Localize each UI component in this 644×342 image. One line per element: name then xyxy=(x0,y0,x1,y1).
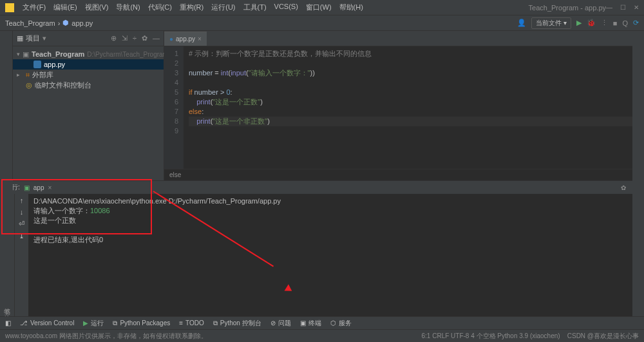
status-watermark: www.toyooba.com 网络图片仅供展示，非存储，如有侵权请联系删除。 xyxy=(5,332,207,341)
down-arrow-icon[interactable]: ↓ xyxy=(20,208,24,216)
project-panel: ▦ 项目 ▾ ⊕ ⇲ ÷ ✿ — ▾ ▣ Teach_Program D:\Py… xyxy=(13,31,164,180)
console-exit: 进程已结束,退出代码0 xyxy=(33,235,639,245)
run-settings-icon[interactable]: ✿ xyxy=(621,184,626,191)
menu-edit[interactable]: 编辑(E) xyxy=(50,1,80,14)
minimize-icon[interactable]: — xyxy=(606,4,612,11)
todo-icon: ≡ xyxy=(179,319,183,327)
select-opened-icon[interactable]: ⊕ xyxy=(111,34,117,43)
user-icon[interactable]: 👤 xyxy=(517,19,526,27)
tree-external-libs[interactable]: ▸ ⌗ 外部库 xyxy=(13,70,164,80)
tree-file-label: app.py xyxy=(44,61,65,68)
editor-tab-label: app.py xyxy=(176,35,195,43)
folder-icon: ▣ xyxy=(23,50,29,59)
more-run-icon[interactable]: ⋮ xyxy=(601,19,608,27)
menu-view[interactable]: 视图(V) xyxy=(82,1,112,14)
editor: ● app.py × 123456789 # 示例：判断一个数字是正数还是负数，… xyxy=(164,31,644,180)
tool-version-control[interactable]: ⎇Version Control xyxy=(20,319,74,327)
python-file-icon: ● xyxy=(169,35,173,43)
main-menu: 文件(F) 编辑(E) 视图(V) 导航(N) 代码(C) 重构(R) 运行(U… xyxy=(19,1,516,14)
breadcrumb-file[interactable]: app.py xyxy=(71,19,93,27)
tree-root-path: D:\Pycharm\Teach_Program xyxy=(87,51,168,58)
tree-file-apppy[interactable]: app.py xyxy=(13,59,164,70)
titlebar: 文件(F) 编辑(E) 视图(V) 导航(N) 代码(C) 重构(R) 运行(U… xyxy=(0,0,644,15)
editor-breadcrumb[interactable]: else xyxy=(164,169,644,180)
tool-python-console[interactable]: ⧉Python 控制台 xyxy=(213,319,261,328)
chevron-down-icon[interactable]: ▾ xyxy=(17,51,20,57)
menu-window[interactable]: 窗口(W) xyxy=(303,1,335,14)
close-tab-icon[interactable]: × xyxy=(198,35,202,43)
up-arrow-icon[interactable]: ↑ xyxy=(20,196,24,204)
chevron-right-icon[interactable]: ▸ xyxy=(17,71,23,78)
line-gutter: 123456789 xyxy=(164,46,184,169)
bottom-tool-strip: ◧ ⎇Version Control ▶运行 ⧉Python Packages … xyxy=(0,316,644,329)
chevron-right-icon: › xyxy=(58,19,61,27)
status-bar: www.toyooba.com 网络图片仅供展示，非存储，如有侵权请联系删除。 … xyxy=(0,329,644,342)
menu-file[interactable]: 文件(F) xyxy=(19,1,49,14)
left-vertical-toolstrip: 书签 结构 xyxy=(0,180,13,316)
hide-icon[interactable]: — xyxy=(153,34,160,43)
right-vertical-toolstrip xyxy=(632,31,644,316)
breadcrumb: Teach_Program › ⬢ app.py xyxy=(5,19,93,27)
code-content[interactable]: # 示例：判断一个数字是正数还是负数，并输出不同的信息 number = int… xyxy=(184,46,644,169)
menu-help[interactable]: 帮助(H) xyxy=(336,1,366,14)
tool-run[interactable]: ▶运行 xyxy=(83,319,104,328)
console-output-line: 这是一个正数 xyxy=(33,216,639,225)
dropdown-icon[interactable]: ▾ xyxy=(43,34,46,43)
run-tool-window: 运行: ▣ app × ✿ — ▶ ⟳ 🔧 ↓ ☲ 🖶 🗑 ↑ ↓ ⏎ ⤓ D:… xyxy=(0,180,644,318)
settings-icon[interactable]: ✿ xyxy=(142,34,147,43)
menu-run[interactable]: 运行(U) xyxy=(208,1,238,14)
menu-tools[interactable]: 工具(T) xyxy=(240,1,270,14)
search-icon[interactable]: Q xyxy=(622,19,628,27)
library-icon: ⌗ xyxy=(26,71,30,79)
tool-todo[interactable]: ≡TODO xyxy=(179,319,204,327)
csdn-watermark: CSDN @喜欢是漫长心事 xyxy=(567,332,639,339)
editor-tab-apppy[interactable]: ● app.py × xyxy=(164,32,207,46)
menu-refactor[interactable]: 重构(R) xyxy=(176,1,207,14)
close-icon[interactable]: ✕ xyxy=(634,4,639,11)
bottom-menu-icon[interactable]: ◧ xyxy=(5,319,11,327)
main-area: ▦ 项目 ▾ ⊕ ⇲ ÷ ✿ — ▾ ▣ Teach_Program D:\Py… xyxy=(0,31,644,180)
run-config-selector[interactable]: 当前文件 ▾ xyxy=(531,17,571,29)
breadcrumb-project[interactable]: Teach_Program xyxy=(5,19,55,27)
updates-icon[interactable]: ⟳ xyxy=(633,19,639,27)
scroll-icon[interactable]: ⤓ xyxy=(19,232,24,240)
code-area[interactable]: 123456789 # 示例：判断一个数字是正数还是负数，并输出不同的信息 nu… xyxy=(164,46,644,169)
tool-problems[interactable]: ⊘问题 xyxy=(270,319,291,328)
stop-button[interactable]: ■ xyxy=(613,19,618,27)
tree-scratches[interactable]: ◎ 临时文件和控制台 xyxy=(13,80,164,90)
menu-code[interactable]: 代码(C) xyxy=(145,1,175,14)
project-tree: ▾ ▣ Teach_Program D:\Pycharm\Teach_Progr… xyxy=(13,46,164,93)
pycharm-logo-icon xyxy=(5,3,14,12)
tool-python-packages[interactable]: ⧉Python Packages xyxy=(113,319,170,327)
menu-vcs[interactable]: VCS(S) xyxy=(271,1,301,14)
run-button[interactable]: ▶ xyxy=(576,19,582,27)
tool-services[interactable]: ⬡服务 xyxy=(330,319,352,328)
project-panel-title: 项目 xyxy=(26,33,40,43)
python-file-icon xyxy=(33,61,41,68)
run-icon: ▶ xyxy=(83,319,88,327)
tree-root-label: Teach_Program xyxy=(32,50,84,58)
tree-root[interactable]: ▾ ▣ Teach_Program D:\Pycharm\Teach_Progr… xyxy=(13,49,164,59)
status-info[interactable]: 6:1 CRLF UTF-8 4 个空格 Python 3.9 (xiaoche… xyxy=(422,332,560,339)
left-tool-gutter xyxy=(0,31,13,180)
maximize-icon[interactable]: ☐ xyxy=(620,4,626,11)
package-icon: ⧉ xyxy=(113,319,117,327)
expand-icon[interactable]: ⇲ xyxy=(122,34,128,43)
collapse-icon[interactable]: ÷ xyxy=(133,34,137,43)
problems-icon: ⊘ xyxy=(270,319,276,327)
menu-navigate[interactable]: 导航(N) xyxy=(113,1,143,14)
debug-button[interactable]: 🐞 xyxy=(587,19,596,27)
run-tab-label[interactable]: app xyxy=(33,184,44,191)
run-tab-close-icon[interactable]: × xyxy=(48,184,52,191)
navigation-bar: Teach_Program › ⬢ app.py 👤 当前文件 ▾ ▶ 🐞 ⋮ … xyxy=(0,15,644,31)
scratch-icon: ◎ xyxy=(26,81,32,90)
soft-wrap-icon[interactable]: ⏎ xyxy=(19,220,24,228)
console-prompt-line: 请输入一个数字：10086 xyxy=(33,206,639,216)
console-output[interactable]: D:\ANACONDA\envs\xiaochen\python.exe D:/… xyxy=(28,181,644,318)
run-tab-icon: ▣ xyxy=(24,184,30,191)
project-icon: ▦ xyxy=(17,34,23,43)
tool-terminal[interactable]: ▣终端 xyxy=(300,319,321,328)
services-icon: ⬡ xyxy=(330,319,336,327)
vcs-icon: ⎇ xyxy=(20,319,28,327)
console-cmd: D:\ANACONDA\envs\xiaochen\python.exe D:/… xyxy=(33,196,639,206)
